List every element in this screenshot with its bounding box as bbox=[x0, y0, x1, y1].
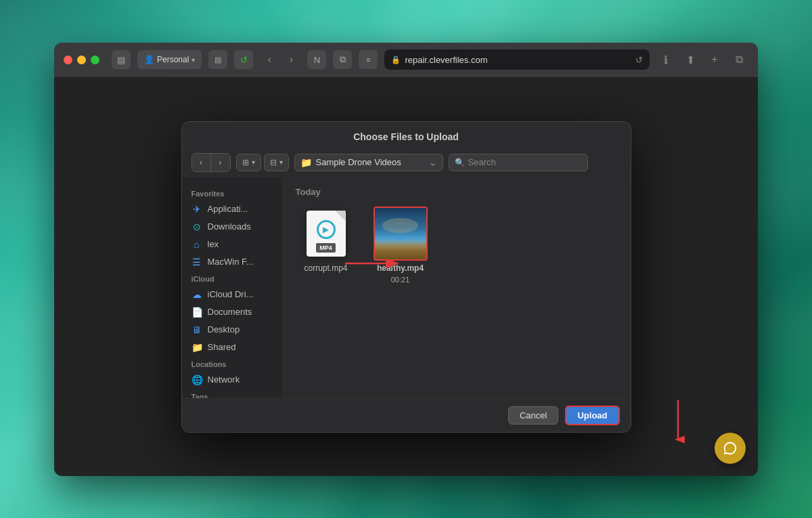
sidebar-item-label: iCloud Dri... bbox=[208, 289, 254, 299]
ext-button3[interactable]: ≡ bbox=[359, 50, 378, 69]
nav-arrows: ‹ › bbox=[191, 153, 231, 172]
cancel-button[interactable]: Cancel bbox=[508, 406, 558, 425]
profile-label: Personal bbox=[157, 55, 189, 64]
vertical-arrow bbox=[671, 400, 685, 448]
file-dialog: Choose Files to Upload ‹ › ⊞ ▾ ⊟ bbox=[181, 121, 631, 433]
chevron-down-icon2: ▾ bbox=[279, 158, 283, 166]
tab-overview-button[interactable]: ⧉ bbox=[729, 50, 748, 69]
upload-button[interactable]: Upload bbox=[565, 406, 619, 425]
sidebar-item-label: Applicati... bbox=[208, 204, 248, 214]
folder-selector[interactable]: 📁 Sample Drone Videos ⌄ bbox=[294, 154, 443, 171]
folder-name: Sample Drone Videos bbox=[316, 157, 401, 167]
extension-button[interactable]: ↺ bbox=[234, 50, 253, 69]
sidebar-item-label: MacWin F... bbox=[208, 257, 254, 267]
corrupt-file-icon: ▶ MP4 bbox=[307, 211, 346, 257]
sidebar-item-label: Documents bbox=[208, 307, 252, 317]
mp4-badge: MP4 bbox=[316, 243, 336, 253]
browser-content: Download Repair Files Choose Files to Up… bbox=[54, 78, 758, 476]
address-bar[interactable]: 🔒 repair.cleverfiles.com ↺ bbox=[384, 49, 650, 70]
sidebar-item-applications[interactable]: ✈ Applicati... bbox=[182, 200, 283, 218]
search-input[interactable] bbox=[468, 157, 582, 167]
reader-button[interactable]: ▤ bbox=[208, 50, 227, 69]
sidebar-item-network[interactable]: 🌐 Network bbox=[182, 371, 283, 389]
sidebar-item-label: Network bbox=[208, 374, 240, 385]
share-button[interactable]: ⬆ bbox=[681, 50, 700, 69]
macwin-icon: ☰ bbox=[191, 257, 202, 267]
prev-button[interactable]: ‹ bbox=[192, 154, 211, 171]
chevron-down-icon: ▾ bbox=[252, 158, 255, 166]
url-text: repair.cleverfiles.com bbox=[405, 55, 487, 65]
dialog-footer: Cancel Upload bbox=[182, 398, 631, 432]
next-button[interactable]: › bbox=[211, 154, 230, 171]
sidebar-item-lex[interactable]: ⌂ lex bbox=[182, 236, 283, 253]
file-duration: 00:21 bbox=[391, 276, 410, 284]
documents-icon: 📄 bbox=[191, 307, 202, 318]
list-icon: ⊟ bbox=[270, 158, 277, 167]
info-button[interactable]: ℹ bbox=[656, 50, 675, 69]
lock-icon: 🔒 bbox=[391, 56, 401, 64]
icloud-icon: ☁ bbox=[191, 289, 202, 300]
dialog-main: Today ▶ MP4 corrupt.mp4 bbox=[284, 177, 631, 398]
reload-button[interactable]: ↺ bbox=[635, 55, 643, 65]
browser-nav: ‹ › bbox=[260, 50, 300, 69]
forward-button[interactable]: › bbox=[281, 50, 300, 69]
list-view-button[interactable]: ⊟ ▾ bbox=[264, 154, 289, 171]
play-icon: ▶ bbox=[317, 220, 336, 239]
dialog-overlay: Choose Files to Upload ‹ › ⊞ ▾ ⊟ bbox=[54, 78, 758, 476]
new-tab-button[interactable]: + bbox=[705, 50, 724, 69]
grid-icon: ⊞ bbox=[242, 158, 249, 167]
shared-icon: 📁 bbox=[191, 342, 202, 353]
view-buttons: ⊞ ▾ ⊟ ▾ bbox=[236, 154, 289, 171]
maximize-button[interactable] bbox=[91, 56, 99, 64]
sidebar-item-label: Downloads bbox=[208, 221, 251, 232]
file-grid: ▶ MP4 corrupt.mp4 bbox=[296, 207, 618, 284]
desktop-icon: 🖥 bbox=[191, 324, 202, 335]
search-icon: 🔍 bbox=[455, 158, 465, 167]
healthy-thumb bbox=[374, 207, 428, 261]
sidebar-item-macwin[interactable]: ☰ MacWin F... bbox=[182, 253, 283, 271]
sidebar: Favorites ✈ Applicati... ⊙ Downloads ⌂ l… bbox=[182, 177, 284, 398]
lex-icon: ⌂ bbox=[191, 239, 202, 250]
file-item-corrupt[interactable]: ▶ MP4 corrupt.mp4 bbox=[296, 207, 357, 284]
selected-video-thumb bbox=[374, 207, 428, 261]
search-box[interactable]: 🔍 bbox=[449, 154, 588, 171]
sidebar-item-downloads[interactable]: ⊙ Downloads bbox=[182, 218, 283, 236]
chevron-down-icon: ▾ bbox=[191, 56, 195, 64]
dialog-toolbar: ‹ › ⊞ ▾ ⊟ ▾ 📁 bbox=[182, 149, 631, 177]
sidebar-item-label: lex bbox=[208, 239, 219, 249]
notion-button[interactable]: N bbox=[307, 50, 326, 69]
folder-icon: 📁 bbox=[300, 157, 312, 168]
profile-button[interactable]: 👤 Personal ▾ bbox=[137, 50, 202, 69]
traffic-lights bbox=[64, 56, 99, 64]
corrupt-thumb: ▶ MP4 bbox=[299, 207, 353, 261]
chat-bubble-button[interactable] bbox=[715, 433, 746, 464]
browser-toolbar-icons: ℹ ⬆ + ⧉ bbox=[656, 50, 748, 69]
icloud-label: iCloud bbox=[182, 271, 283, 286]
sidebar-item-documents[interactable]: 📄 Documents bbox=[182, 303, 283, 321]
dialog-body: Favorites ✈ Applicati... ⊙ Downloads ⌂ l… bbox=[182, 177, 631, 398]
browser-window: ▤ 👤 Personal ▾ ▤ ↺ ‹ › N ⧉ ≡ 🔒 repair.cl… bbox=[54, 43, 758, 476]
close-button[interactable] bbox=[64, 56, 72, 64]
sidebar-item-label: Desktop bbox=[208, 324, 240, 334]
video-thumbnail bbox=[375, 208, 426, 259]
tags-label: Tags bbox=[182, 389, 283, 398]
corrupt-file-label: corrupt.mp4 bbox=[304, 263, 347, 273]
folder-chevron-icon: ⌄ bbox=[428, 156, 437, 169]
section-date: Today bbox=[296, 187, 618, 197]
sidebar-item-shared[interactable]: 📁 Shared bbox=[182, 339, 283, 356]
healthy-file-label: healthy.mp4 bbox=[377, 263, 424, 273]
back-button[interactable]: ‹ bbox=[260, 50, 279, 69]
ext-button2[interactable]: ⧉ bbox=[333, 50, 352, 69]
dialog-title: Choose Files to Upload bbox=[182, 122, 631, 149]
grid-view-button[interactable]: ⊞ ▾ bbox=[236, 154, 261, 171]
locations-label: Locations bbox=[182, 356, 283, 371]
sidebar-item-desktop[interactable]: 🖥 Desktop bbox=[182, 321, 283, 339]
chat-icon bbox=[723, 441, 738, 456]
downloads-icon: ⊙ bbox=[191, 221, 202, 232]
file-item-healthy[interactable]: healthy.mp4 00:21 bbox=[370, 207, 431, 284]
browser-titlebar: ▤ 👤 Personal ▾ ▤ ↺ ‹ › N ⧉ ≡ 🔒 repair.cl… bbox=[54, 43, 758, 78]
sidebar-toggle-button[interactable]: ▤ bbox=[112, 50, 131, 69]
sidebar-item-icloud[interactable]: ☁ iCloud Dri... bbox=[182, 286, 283, 303]
minimize-button[interactable] bbox=[77, 56, 86, 64]
network-icon: 🌐 bbox=[191, 374, 202, 385]
